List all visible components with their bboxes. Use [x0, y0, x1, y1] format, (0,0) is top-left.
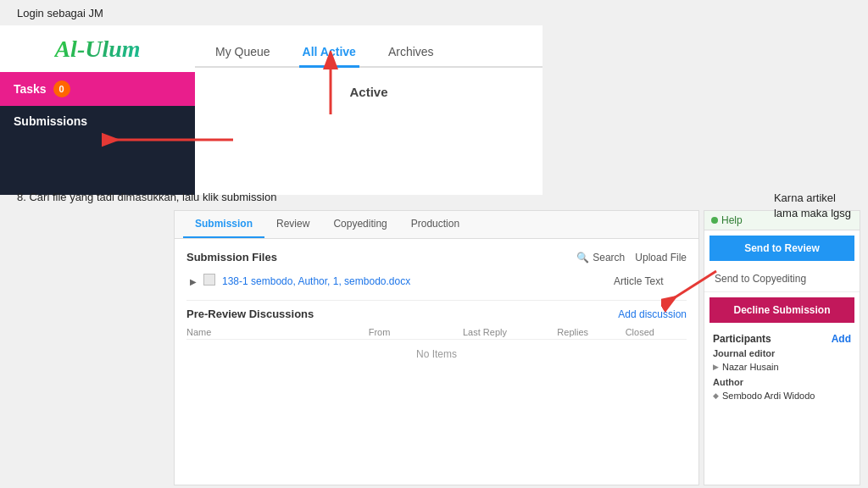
add-discussion-link[interactable]: Add discussion: [618, 308, 687, 320]
tab-all-active[interactable]: All Active: [299, 38, 359, 68]
participants-section: Participants Add Journal editor ▶ Nazar …: [704, 328, 860, 408]
decline-submission-button[interactable]: Decline Submission: [709, 297, 854, 323]
submissions-menu-item[interactable]: Submissions: [0, 106, 195, 136]
participant-name-sembodo: Sembodo Ardi Widodo: [722, 391, 815, 401]
send-to-review-button[interactable]: Send to Review: [709, 236, 854, 261]
sidebar: Al-Ulum Tasks 0 Submissions: [0, 25, 195, 195]
tasks-menu-item[interactable]: Tasks 0: [0, 72, 195, 106]
table-row: ▶ 138-1 sembodo, Author, 1, sembodo.docx…: [186, 270, 687, 291]
submission-files-actions: 🔍 Search Upload File: [576, 252, 687, 263]
annotation-top: Login sebagai JM: [17, 7, 103, 19]
col-closed: Closed: [626, 327, 687, 337]
panel-tabs: Submission Review Copyediting Production: [175, 211, 698, 239]
upload-file-link[interactable]: Upload File: [635, 252, 687, 263]
panel-tab-production[interactable]: Production: [399, 211, 471, 238]
no-items-label: No Items: [186, 340, 687, 369]
active-label: Active: [195, 68, 542, 116]
participants-add-link[interactable]: Add: [832, 333, 851, 345]
send-to-copyediting-button[interactable]: Send to Copyediting: [704, 266, 860, 292]
panel-content: Submission Files 🔍 Search Upload File ▶ …: [175, 239, 698, 377]
submissions-label: Submissions: [14, 114, 87, 128]
help-dot: [711, 217, 718, 224]
files-table: ▶ 138-1 sembodo, Author, 1, sembodo.docx…: [186, 270, 687, 291]
col-last-reply: Last Reply: [463, 327, 550, 337]
panel-tab-copyediting[interactable]: Copyediting: [321, 211, 398, 238]
tab-my-queue[interactable]: My Queue: [212, 38, 274, 68]
panel-tab-submission[interactable]: Submission: [183, 211, 264, 238]
logo: Al-Ulum: [54, 36, 140, 63]
tasks-badge: 0: [53, 80, 70, 97]
discussion-table-header: Name From Last Reply Replies Closed: [186, 325, 687, 340]
main-submission-panel: Submission Review Copyediting Production…: [174, 210, 699, 485]
top-section: Al-Ulum Tasks 0 Submissions My Queue All…: [0, 25, 542, 195]
participants-header: Participants Add: [713, 333, 851, 345]
file-icon: [203, 274, 215, 286]
discussion-header: Pre-Review Discussions Add discussion: [186, 308, 687, 320]
section-divider: [186, 300, 687, 301]
participant-expand-icon: ▶: [713, 363, 719, 371]
participants-title: Participants: [713, 333, 771, 345]
role-author: Author: [713, 377, 851, 387]
col-from: From: [369, 327, 456, 337]
article-type: Article Text: [614, 275, 663, 287]
right-panel: Help Send to Review Send to Copyediting …: [704, 210, 860, 485]
tab-area: My Queue All Active Archives Active: [195, 25, 542, 195]
participant-name-nazar: Nazar Husain: [722, 362, 779, 372]
participant-expand-icon-2: ◆: [713, 391, 719, 400]
search-link[interactable]: 🔍 Search: [576, 252, 625, 263]
role-journal-editor: Journal editor: [713, 348, 851, 358]
tab-archives[interactable]: Archives: [385, 38, 437, 68]
tabs-row: My Queue All Active Archives: [195, 25, 542, 68]
tasks-label: Tasks: [14, 82, 47, 96]
file-full-name[interactable]: sembodo, Author, 1, sembodo.docx: [251, 275, 410, 287]
logo-area: Al-Ulum: [0, 25, 195, 72]
annotation-bottom-right: Karna artikel lama maka lgsg: [774, 191, 851, 221]
submission-files-header: Submission Files 🔍 Search Upload File: [186, 251, 687, 263]
expand-icon[interactable]: ▶: [190, 277, 197, 286]
file-name[interactable]: 138-1: [222, 275, 248, 287]
submission-files-title: Submission Files: [186, 251, 277, 263]
panel-tab-review[interactable]: Review: [264, 211, 321, 238]
pre-review-title: Pre-Review Discussions: [186, 308, 314, 320]
annotation-bottom-left: 8. Cari file yang tadi dimasukkan, lalu …: [17, 191, 276, 203]
help-label: Help: [721, 214, 743, 226]
participant-sembodo: ◆ Sembodo Ardi Widodo: [713, 389, 851, 402]
col-replies: Replies: [557, 327, 618, 337]
participant-nazar: ▶ Nazar Husain: [713, 360, 851, 374]
search-icon: 🔍: [576, 252, 589, 263]
col-name: Name: [186, 327, 362, 337]
